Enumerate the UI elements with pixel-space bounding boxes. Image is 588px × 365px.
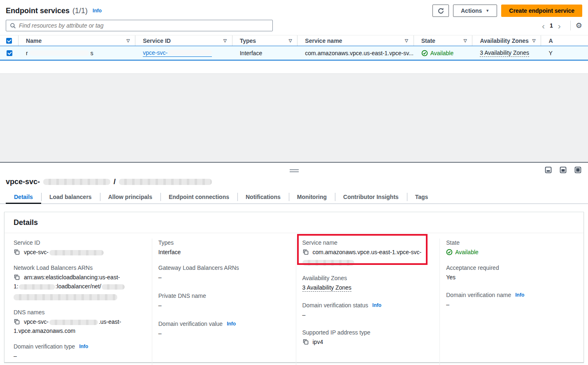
field-service-name: Service name com.amazonaws.vpce.us-east-… bbox=[302, 239, 433, 267]
filter-icon[interactable]: ▽ bbox=[405, 38, 408, 43]
current-page[interactable]: 1 bbox=[548, 22, 554, 29]
row-service-name-cell: com.amazonaws.vpce.us-east-1.vpce-sv... bbox=[297, 50, 414, 56]
filter-icon[interactable]: ▽ bbox=[532, 38, 536, 43]
split-panel-tabs: Details Load balancers Allow principals … bbox=[0, 190, 588, 204]
create-endpoint-service-button[interactable]: Create endpoint service bbox=[501, 5, 582, 17]
field-state: State Available bbox=[446, 239, 577, 257]
info-link[interactable]: Info bbox=[79, 342, 88, 351]
tab-allow-principals[interactable]: Allow principals bbox=[100, 190, 160, 204]
copy-icon[interactable] bbox=[14, 249, 20, 255]
redacted-text bbox=[14, 294, 117, 300]
redacted-text bbox=[29, 50, 89, 56]
info-link[interactable]: Info bbox=[372, 301, 381, 310]
endpoint-services-section: Endpoint services (1/1) Info Actions ▼ C… bbox=[0, 0, 588, 73]
field-service-id: Service ID vpce-svc- bbox=[14, 239, 145, 257]
tab-contributor-insights[interactable]: Contributor Insights bbox=[335, 190, 407, 204]
copy-icon[interactable] bbox=[14, 274, 20, 281]
info-link[interactable]: Info bbox=[227, 320, 236, 328]
preferences-gear-icon[interactable]: ⚙ bbox=[576, 22, 582, 29]
copy-icon[interactable] bbox=[302, 249, 309, 255]
filter-icon[interactable]: ▽ bbox=[223, 38, 227, 43]
redacted-text bbox=[102, 284, 125, 290]
tab-details[interactable]: Details bbox=[6, 190, 41, 204]
tab-endpoint-connections[interactable]: Endpoint connections bbox=[160, 190, 237, 204]
panel-size-large-icon[interactable] bbox=[574, 166, 581, 173]
row-partial-cell: Y bbox=[541, 50, 588, 56]
select-all-checkbox[interactable] bbox=[6, 38, 12, 44]
table-header-row: Name ▽ Service ID ▽ Types ▽ Service name… bbox=[0, 35, 588, 46]
state-available: Available bbox=[446, 248, 577, 257]
check-circle-icon bbox=[446, 249, 453, 255]
column-header-service-id[interactable]: Service ID ▽ bbox=[135, 35, 232, 46]
previous-page-icon[interactable]: ‹ bbox=[538, 21, 548, 30]
row-checkbox[interactable] bbox=[7, 50, 12, 56]
chevron-down-icon: ▼ bbox=[486, 9, 489, 13]
page-title: Endpoint services bbox=[6, 7, 70, 15]
tab-monitoring[interactable]: Monitoring bbox=[289, 190, 335, 204]
availability-zones-popover-trigger[interactable]: 3 Availability Zones bbox=[480, 49, 529, 57]
state-available: Available bbox=[421, 50, 454, 56]
details-column-2: Types Interface Gateway Load Balancers A… bbox=[152, 239, 296, 365]
redacted-text bbox=[302, 260, 354, 266]
split-panel-drag-handle[interactable] bbox=[290, 169, 299, 170]
tab-notifications[interactable]: Notifications bbox=[237, 190, 289, 204]
split-panel-size-controls bbox=[545, 166, 581, 173]
column-header-name[interactable]: Name ▽ bbox=[19, 35, 135, 46]
column-header-types[interactable]: Types ▽ bbox=[232, 35, 298, 46]
panel-size-medium-icon[interactable] bbox=[560, 166, 567, 173]
search-box bbox=[6, 20, 273, 31]
copy-icon[interactable] bbox=[14, 318, 20, 325]
table-toolbar: ‹ 1 › ⚙ bbox=[0, 17, 588, 32]
redacted-text bbox=[19, 284, 55, 290]
details-column-3: Service name com.amazonaws.vpce.us-east-… bbox=[296, 239, 440, 365]
copy-icon[interactable] bbox=[302, 339, 309, 345]
split-panel-title: vpce-svc- / bbox=[6, 178, 212, 186]
field-nlb-arns: Network Load Balancers ARNs arn:aws:elas… bbox=[14, 264, 145, 301]
filter-icon[interactable]: ▽ bbox=[127, 38, 130, 43]
row-availability-zones-cell: 3 Availability Zones bbox=[472, 49, 541, 57]
details-column-1: Service ID vpce-svc- Network Load Balanc… bbox=[5, 239, 152, 365]
redacted-text bbox=[49, 320, 98, 325]
row-types-cell: Interface bbox=[232, 50, 298, 56]
search-input[interactable] bbox=[19, 22, 269, 29]
column-header-partial[interactable]: A bbox=[541, 35, 588, 46]
details-card-heading: Details bbox=[5, 212, 583, 233]
info-link[interactable]: Info bbox=[515, 291, 524, 299]
tab-load-balancers[interactable]: Load balancers bbox=[41, 190, 100, 204]
select-all-cell bbox=[0, 35, 19, 46]
page-info-link[interactable]: Info bbox=[93, 8, 102, 14]
field-domain-verification-value: Domain verification value Info – bbox=[158, 320, 289, 338]
redacted-text bbox=[168, 50, 212, 55]
column-header-service-name[interactable]: Service name ▽ bbox=[297, 35, 414, 46]
pagination: ‹ 1 › ⚙ bbox=[538, 21, 582, 30]
redacted-text bbox=[49, 250, 104, 255]
field-dns-names: DNS names vpce-svc-.us-east- 1.vpce.amaz… bbox=[14, 308, 145, 335]
details-card: Details Service ID vpce-svc- Network Loa… bbox=[4, 212, 584, 363]
panel-size-small-icon[interactable] bbox=[545, 166, 552, 173]
endpoint-services-table: Name ▽ Service ID ▽ Types ▽ Service name… bbox=[0, 35, 588, 61]
row-service-id-cell: vpce-svc- bbox=[135, 49, 232, 57]
filter-icon[interactable]: ▽ bbox=[289, 38, 292, 43]
service-id-link[interactable]: vpce-svc- bbox=[143, 49, 212, 57]
column-header-availability-zones[interactable]: Availability Zones ▽ bbox=[472, 35, 541, 46]
column-header-state[interactable]: State ▽ bbox=[414, 35, 473, 46]
details-column-4: State Available Acceptance required Yes bbox=[439, 239, 583, 365]
actions-button[interactable]: Actions ▼ bbox=[453, 5, 497, 17]
availability-zones-popover-trigger[interactable]: 3 Availability Zones bbox=[302, 284, 352, 292]
field-domain-verification-type: Domain verification type Info – bbox=[14, 342, 145, 360]
filter-icon[interactable]: ▽ bbox=[464, 38, 467, 43]
field-types: Types Interface bbox=[158, 239, 289, 257]
row-state-cell: Available bbox=[414, 50, 473, 56]
field-domain-verification-status: Domain verification status Info – bbox=[302, 301, 433, 319]
field-gateway-lb-arns: Gateway Load Balancers ARNs – bbox=[158, 264, 289, 282]
field-domain-verification-name: Domain verification name Info – bbox=[446, 291, 577, 309]
tab-tags[interactable]: Tags bbox=[407, 190, 437, 204]
check-circle-icon bbox=[421, 50, 428, 56]
table-row[interactable]: r s vpce-svc- Interface com.amazonaws.vp… bbox=[0, 46, 588, 61]
refresh-button[interactable] bbox=[432, 5, 449, 17]
content-background bbox=[0, 73, 588, 162]
toolbar-divider bbox=[570, 21, 571, 30]
row-name-cell: r s bbox=[19, 50, 135, 56]
next-page-icon[interactable]: › bbox=[554, 21, 565, 30]
search-icon bbox=[10, 23, 16, 29]
